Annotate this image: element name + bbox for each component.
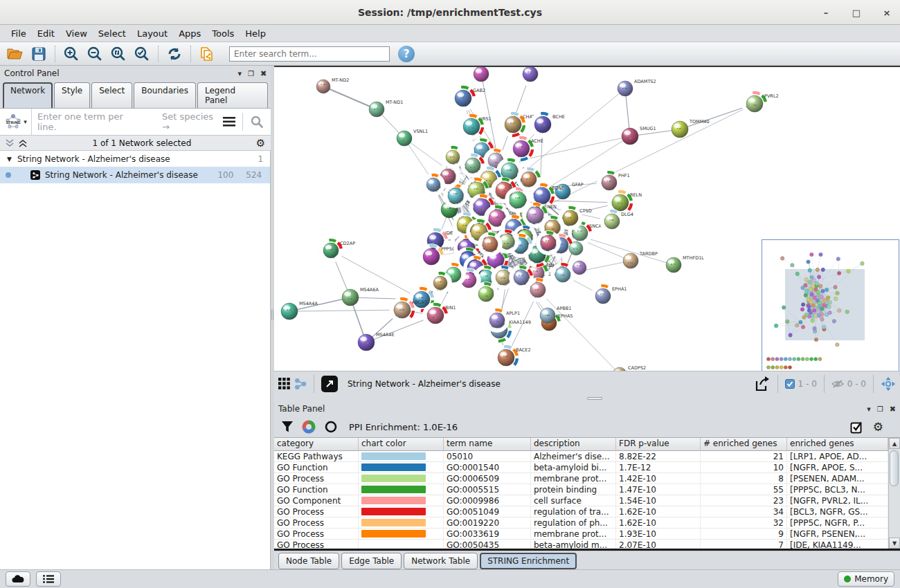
enrichment-row[interactable]: GO ProcessGO:0019220regulation of ph...1… [274, 517, 888, 529]
tab-network-table[interactable]: Network Table [404, 553, 478, 569]
search-input[interactable] [229, 46, 390, 62]
tab-network[interactable]: Network [3, 82, 53, 108]
zoom-in-button[interactable] [60, 44, 82, 64]
panel-close-icon[interactable]: ✖ [260, 69, 267, 78]
enrichment-row[interactable]: KEGG Pathways05010Alzheimer's dise...8.8… [274, 451, 888, 462]
panel-float-icon[interactable]: ❐ [248, 70, 254, 77]
network-options-gear-icon[interactable]: ⚙ [256, 137, 265, 149]
table-settings-gear-icon[interactable]: ⚙ [873, 420, 883, 434]
zoom-selected-button[interactable] [131, 44, 153, 64]
selected-checkbox-icon[interactable] [785, 379, 795, 389]
enrichment-row[interactable]: GO ProcessGO:0033619membrane prot...1.93… [274, 529, 888, 540]
network-node-IRS1[interactable]: IRS1 [459, 114, 492, 140]
tab-style[interactable]: Style [54, 82, 90, 108]
tab-select[interactable]: Select [91, 82, 132, 108]
minimize-button[interactable]: – [818, 5, 834, 20]
network-node-EPHA1[interactable]: EPHA1 [591, 284, 627, 309]
task-history-button[interactable] [36, 571, 61, 587]
network-node-BIN1[interactable]: BIN1 [423, 303, 456, 329]
menu-item-edit[interactable]: Edit [32, 26, 60, 41]
menu-item-layout[interactable]: Layout [132, 26, 173, 41]
enrichment-row[interactable]: GO FunctionGO:0001540beta-amyloid bi...1… [274, 462, 888, 473]
refresh-button[interactable] [163, 44, 186, 64]
network-node[interactable] [573, 261, 586, 275]
network-node-MS4A4A[interactable]: MS4A4A [281, 301, 318, 320]
zoom-fit-button[interactable] [107, 44, 129, 64]
help-button[interactable]: ? [398, 46, 415, 62]
hidden-eye-icon[interactable] [831, 379, 844, 389]
string-query-placeholder[interactable]: Enter one term per line. [37, 111, 144, 132]
column-header-FDR-p-value[interactable]: FDR p-value [616, 438, 701, 451]
string-logo[interactable]: STRING ▾ [0, 109, 32, 135]
network-node[interactable] [526, 278, 550, 302]
panel-menu-icon[interactable]: ▾ [237, 69, 242, 78]
close-button[interactable]: × [879, 5, 894, 20]
column-header-category[interactable]: category [274, 438, 359, 451]
enrichment-row[interactable]: GO FunctionGO:0005515protein binding1.47… [274, 484, 888, 495]
network-node-BCHE[interactable]: BCHE [530, 112, 565, 138]
horizontal-splitter[interactable] [274, 396, 900, 401]
tree-expand-icon[interactable]: ▼ [7, 156, 12, 163]
menu-item-select[interactable]: Select [93, 26, 132, 41]
enrichment-row[interactable]: GO ProcessGO:0051049regulation of tra...… [274, 506, 888, 517]
enrichment-row[interactable]: GO ComponentGO:0009986cell surface1.54E-… [274, 495, 888, 506]
expand-all-icon[interactable] [19, 139, 28, 147]
string-search-icon[interactable] [250, 115, 264, 129]
scrollbar-thumb[interactable] [890, 450, 899, 486]
network-node-VSNL1[interactable]: VSNL1 [397, 129, 428, 146]
network-node[interactable] [551, 263, 575, 287]
network-node-CADPS2[interactable]: CADPS2 [613, 365, 646, 371]
network-node[interactable] [478, 232, 503, 257]
string-species-hint[interactable]: Set species → [162, 111, 223, 132]
network-node[interactable] [519, 67, 543, 86]
select-all-checkbox-icon[interactable] [850, 421, 863, 434]
network-node-MTHFD1L[interactable]: MTHFD1L [666, 255, 704, 273]
network-node[interactable] [429, 272, 452, 295]
memory-button[interactable]: Memory [838, 571, 894, 587]
collapse-all-icon[interactable] [6, 139, 15, 147]
tab-node-table[interactable]: Node Table [278, 553, 339, 569]
menu-item-view[interactable]: View [60, 26, 93, 41]
panel-float-icon[interactable]: ❐ [877, 405, 883, 413]
column-header-description[interactable]: description [531, 438, 616, 451]
tab-edge-table[interactable]: Edge Table [341, 553, 402, 569]
filter-icon[interactable] [281, 421, 294, 433]
network-node[interactable] [474, 67, 489, 82]
grid-mode-icon[interactable] [278, 378, 290, 389]
scroll-up-arrow-icon[interactable]: ▲ [889, 438, 900, 449]
string-options-icon[interactable] [223, 117, 235, 127]
network-node-CHAT[interactable]: CHAT [501, 112, 535, 138]
column-header-chart-color[interactable]: chart color [359, 438, 444, 451]
tab-string-enrichment[interactable]: STRING Enrichment [480, 553, 577, 569]
network-node[interactable] [569, 241, 583, 255]
network-node-ACHE[interactable]: ACHE [509, 136, 543, 162]
network-node-PVRL2[interactable]: PVRL2 [742, 91, 779, 117]
network-row-selected[interactable]: String Network - Alzheimer's disease 100… [0, 167, 270, 183]
network-node[interactable] [537, 231, 561, 255]
network-node-TOMM40[interactable]: TOMM40 [672, 119, 710, 138]
menu-item-help[interactable]: Help [240, 26, 271, 41]
cloud-button[interactable] [6, 571, 30, 587]
scroll-down-arrow-icon[interactable]: ▼ [889, 538, 900, 549]
network-canvas[interactable]: MT-ND2MT-ND1VSNL1GAB2IRS1CHATBCHEACHEADA… [274, 66, 900, 371]
menu-item-file[interactable]: File [6, 26, 32, 41]
network-mode-icon[interactable] [294, 378, 307, 390]
save-session-button[interactable] [28, 44, 50, 64]
network-node[interactable] [517, 167, 541, 192]
zoom-out-button[interactable] [84, 44, 106, 64]
ring-icon[interactable] [324, 420, 338, 434]
open-file-button[interactable] [4, 44, 26, 64]
column-header--enriched-genes[interactable]: # enriched genes [701, 438, 787, 451]
tab-boundaries[interactable]: Boundaries [134, 82, 196, 108]
chart-donut-icon[interactable] [302, 420, 316, 434]
panel-menu-icon[interactable]: ▾ [867, 405, 871, 414]
network-node-MS4A6A[interactable]: MS4A6A [342, 287, 379, 306]
copy-network-button[interactable] [196, 44, 218, 64]
birdseye-overview[interactable] [762, 239, 899, 371]
panel-close-icon[interactable]: ✖ [890, 405, 896, 414]
enrichment-row[interactable]: GO ProcessGO:0006509membrane prot...1.42… [274, 473, 888, 484]
network-node-DLG4[interactable]: DLG4 [600, 210, 633, 234]
network-node-MT-ND1[interactable]: MT-ND1 [369, 100, 403, 117]
network-node-GAB2[interactable]: GAB2 [451, 86, 486, 111]
network-node-BACE2[interactable]: BACE2 [494, 345, 531, 371]
